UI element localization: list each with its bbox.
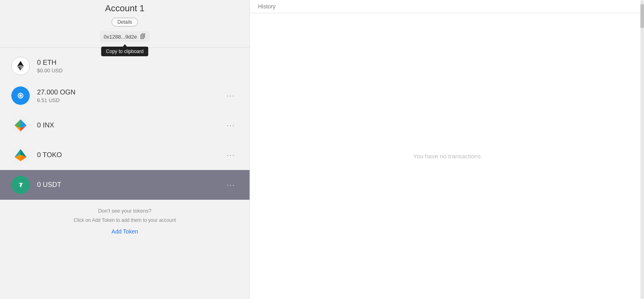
toko-amount: 0 TOKO — [37, 151, 223, 159]
eth-amount: 0 ETH — [37, 59, 238, 67]
add-token-hint: Click on Add Token to add them to your a… — [74, 217, 176, 224]
history-header: History — [250, 0, 644, 13]
ogn-menu[interactable]: ··· — [223, 90, 238, 102]
usdt-info: 0 USDT — [37, 181, 223, 189]
usdt-icon: ₮ — [11, 176, 30, 194]
usdt-amount: 0 USDT — [37, 181, 223, 189]
token-item-toko[interactable]: 0 TOKO ··· — [0, 140, 250, 170]
svg-text:₮: ₮ — [19, 182, 23, 188]
right-panel: History You have no transactions — [250, 0, 644, 299]
account-title: Account 1 — [0, 3, 250, 14]
toko-icon — [11, 146, 30, 164]
inx-icon — [11, 116, 30, 135]
usdt-circle: ₮ — [11, 176, 30, 194]
details-button[interactable]: Details — [111, 18, 138, 27]
token-item-usdt[interactable]: ₮ 0 USDT ··· — [0, 170, 250, 200]
left-panel: Account 1 Details 0x1288...9d2e 🗐 Copy t… — [0, 0, 250, 299]
eth-info: 0 ETH $0.00 USD — [37, 59, 238, 74]
eth-icon — [11, 57, 30, 75]
eth-usd: $0.00 USD — [37, 68, 238, 74]
inx-amount: 0 INX — [37, 121, 223, 129]
usdt-menu[interactable]: ··· — [223, 179, 238, 191]
svg-rect-2 — [20, 92, 21, 99]
scrollbar-thumb[interactable] — [640, 4, 644, 28]
copy-icon[interactable]: 🗐 — [140, 33, 146, 40]
no-transactions-message: You have no transactions — [250, 13, 644, 299]
toko-menu[interactable]: ··· — [223, 150, 238, 161]
footer-section: Don't see your tokens? Click on Add Toke… — [62, 200, 187, 242]
inx-info: 0 INX — [37, 121, 223, 129]
token-list: 0 ETH $0.00 USD 27.000 OGN 6.51 USD — [0, 51, 250, 200]
ogn-circle — [11, 86, 30, 105]
token-item-ogn[interactable]: 27.000 OGN 6.51 USD ··· — [0, 81, 250, 111]
dont-see-text: Don't see your tokens? — [74, 208, 176, 214]
ogn-amount: 27.000 OGN — [37, 88, 223, 96]
scrollbar[interactable] — [640, 0, 644, 299]
address-row: 0x1288...9d2e 🗐 — [100, 31, 150, 42]
add-token-link[interactable]: Add Token — [111, 228, 138, 235]
token-item-inx[interactable]: 0 INX ··· — [0, 111, 250, 140]
ogn-usd: 6.51 USD — [37, 97, 223, 103]
ogn-icon — [11, 86, 30, 105]
address-text: 0x1288...9d2e — [104, 34, 137, 40]
inx-menu[interactable]: ··· — [223, 120, 238, 131]
copy-tooltip: Copy to clipboard — [101, 47, 148, 56]
ogn-info: 27.000 OGN 6.51 USD — [37, 88, 223, 103]
toko-info: 0 TOKO — [37, 151, 223, 159]
